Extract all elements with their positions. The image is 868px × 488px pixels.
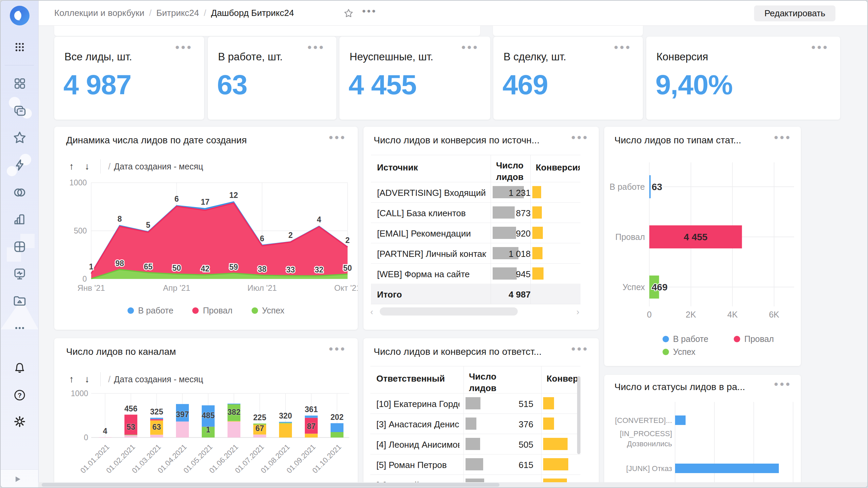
chart-toolbar: ↑ ↓ / Дата создания - месяц (69, 159, 203, 174)
gear-icon (13, 415, 26, 428)
table-row-divider (370, 366, 580, 366)
drill-up-icon[interactable]: ↑ (69, 374, 74, 385)
channels-chart-plot[interactable]: 10000401.01.20214565301.02.20213256301.0… (54, 388, 358, 488)
kpi-title: Все лиды, шт. (64, 51, 132, 63)
data-label: 456 (124, 404, 137, 413)
bar-segment-blue[interactable] (331, 423, 343, 432)
bar-[CONVERTED]...[interactable] (675, 415, 686, 425)
table-row-divider (371, 304, 580, 304)
card-menu-icon[interactable]: ●●● (461, 43, 479, 52)
bar-segment-blue[interactable] (279, 422, 292, 423)
page-horizontal-scrollbar[interactable] (38, 482, 868, 487)
table-column-divider (530, 155, 531, 304)
bar-segment-pink[interactable] (124, 435, 137, 438)
bar-segment-red[interactable] (150, 419, 163, 421)
sidebar-item-storage[interactable] (12, 293, 27, 308)
breadcrumb-separator: / (204, 8, 206, 18)
bar-В работе[interactable] (649, 175, 651, 198)
bar-segment-blue[interactable] (228, 404, 240, 404)
scroll-left-arrow[interactable]: ‹ (370, 307, 373, 317)
column-header: Источник (377, 162, 418, 173)
bar-segment-pink[interactable] (176, 422, 189, 438)
breadcrumb-item[interactable]: Дашборд Битрикс24 (211, 8, 294, 18)
data-label: 469 (652, 282, 668, 292)
bar-segment-green[interactable] (331, 432, 343, 438)
sidebar-item-dashboards[interactable] (12, 76, 27, 91)
sidebar-item-favorites[interactable] (12, 130, 27, 145)
x-axis-tick: Окт '21 (334, 283, 358, 292)
breadcrumb-item[interactable]: Битрикс24 (156, 8, 199, 18)
bar-segment-blue[interactable] (150, 418, 163, 419)
sidebar-item-editor[interactable] (12, 266, 27, 281)
legend-item-Успех[interactable]: Успех (663, 347, 695, 357)
apps-grid-icon[interactable] (12, 40, 27, 55)
drill-down-icon[interactable]: ↓ (85, 374, 90, 385)
horizontal-scrollbar-thumb[interactable] (380, 307, 518, 316)
scrollbar-thumb[interactable] (42, 483, 499, 487)
notifications-button[interactable] (12, 361, 27, 375)
breadcrumb-item[interactable]: Коллекции и воркбуки (54, 8, 144, 18)
legend-item-Провал[interactable]: Провал (734, 334, 774, 344)
bar-segment-green[interactable] (279, 423, 292, 423)
sidebar-item-more[interactable] (12, 321, 27, 336)
bar-segment-pink[interactable] (228, 422, 240, 438)
kpi-value: 63 (217, 69, 247, 101)
status-chart-plot[interactable]: 02K4K6KВ работеПровалУспех634 455469 (604, 150, 801, 350)
bar-segment-blue[interactable] (305, 415, 318, 418)
bar-[JUNK] Отказ[interactable] (675, 464, 779, 473)
table-column-divider (541, 366, 541, 488)
kpi-card-5: ●●●Конверсия9,40% (646, 37, 840, 120)
card-menu-icon[interactable]: ●●● (774, 380, 791, 388)
datalens-logo[interactable] (9, 5, 30, 26)
legend-item-Успех[interactable]: Успех (252, 306, 284, 316)
settings-button[interactable] (12, 414, 27, 429)
breadcrumb-separator: / (149, 8, 152, 18)
table-cell-leads: 1 018 (493, 249, 531, 259)
data-label: 65 (144, 262, 153, 271)
kpi-value: 469 (502, 69, 548, 101)
responsible-table-card: Число лидов и конверсия по ответст... ●●… (363, 338, 599, 488)
legend-label: Провал (744, 334, 774, 344)
bar-segment-green[interactable] (124, 435, 137, 435)
card-menu-icon[interactable]: ●●● (774, 133, 791, 142)
legend-label: Провал (203, 306, 232, 316)
bar-segment-yellow[interactable] (228, 421, 240, 422)
legend-item-В работе[interactable]: В работе (663, 334, 708, 344)
favorite-star-icon[interactable] (343, 8, 354, 20)
kpi-card-2: ●●●В работе, шт.63 (208, 37, 336, 120)
card-menu-icon[interactable]: ●●● (175, 43, 193, 52)
card-menu-icon[interactable]: ●●● (614, 43, 631, 52)
card-menu-icon[interactable]: ●●● (307, 43, 325, 52)
legend-item-Провал[interactable]: Провал (192, 306, 232, 316)
area-chart-plot[interactable]: 10005000Янв '21Апр '21Июл '21Окт '211856… (54, 178, 358, 300)
card-menu-icon[interactable]: ●●● (811, 43, 829, 52)
scroll-right-arrow[interactable]: › (576, 307, 579, 317)
bar-segment-pink[interactable] (99, 437, 112, 438)
sidebar-item-datasets[interactable] (12, 185, 27, 200)
bar-segment-pink[interactable] (150, 435, 163, 438)
bar-segment-yellow[interactable] (279, 423, 292, 438)
sidebar-item-connections[interactable] (12, 158, 27, 172)
help-button[interactable]: ? (12, 388, 27, 403)
kpi-card-3: ●●●Неуспешные, шт.4 455 (339, 37, 490, 120)
vertical-scrollbar-thumb[interactable] (577, 376, 580, 454)
drill-down-icon[interactable]: ↓ (85, 161, 90, 172)
y-category-label: [JUNK] Отказ (626, 464, 672, 473)
drill-breadcrumb[interactable]: Дата создания - месяц (114, 162, 203, 171)
edit-button[interactable]: Редактировать (754, 5, 835, 21)
inwork-chart-plot[interactable]: [CONVERTED]...[IN_PROCESS]Дозвонились[JU… (604, 399, 801, 488)
card-menu-icon[interactable]: ●●● (329, 344, 346, 353)
card-menu-icon[interactable]: ●●● (329, 133, 346, 142)
legend-item-В работе[interactable]: В работе (127, 306, 173, 316)
sidebar-item-tables[interactable] (12, 239, 27, 254)
sidebar-item-charts[interactable] (12, 212, 27, 227)
bar-segment-yellow[interactable] (305, 434, 318, 438)
header-more-icon[interactable]: ••• (362, 5, 377, 17)
bar-segment-pink[interactable] (253, 434, 266, 438)
drill-breadcrumb[interactable]: Дата создания - месяц (114, 374, 203, 384)
more-ellipsis-icon (13, 321, 26, 335)
drill-up-icon[interactable]: ↑ (69, 161, 74, 172)
table-grid-icon (13, 240, 27, 254)
sidebar-item-collections[interactable] (12, 103, 27, 118)
sidebar-expand-button[interactable] (1, 469, 38, 488)
